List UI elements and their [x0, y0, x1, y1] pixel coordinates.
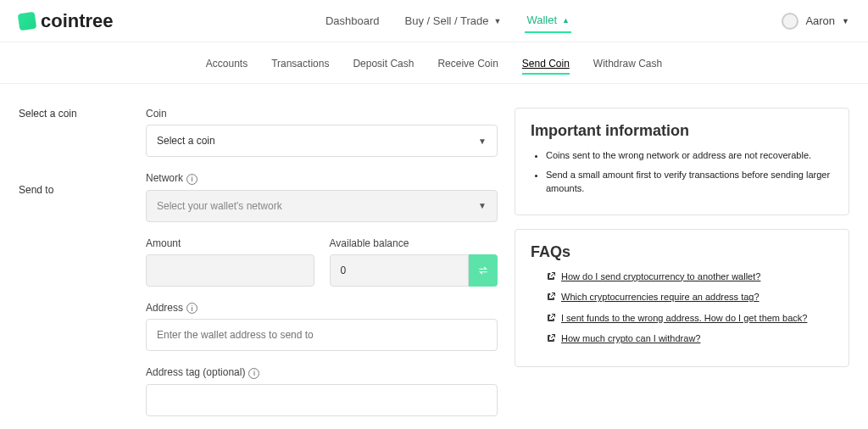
- subnav-deposit[interactable]: Deposit Cash: [353, 54, 414, 75]
- coin-row: Coin Select a coin ▼: [146, 108, 498, 157]
- network-select-text: Select your wallet's network: [157, 200, 282, 212]
- form-area: Select a coin Send to Coin Select a coin…: [19, 108, 498, 429]
- content: Select a coin Send to Coin Select a coin…: [0, 84, 868, 429]
- logo-text: cointree: [41, 10, 114, 32]
- network-label: Networki: [146, 172, 498, 185]
- nav-dashboard-label: Dashboard: [326, 14, 380, 27]
- faq-item: Which cryptocurrencies require an addres…: [546, 290, 833, 304]
- subnav-receive[interactable]: Receive Coin: [437, 54, 498, 75]
- coin-select[interactable]: Select a coin ▼: [146, 125, 498, 157]
- amount-label: Amount: [146, 237, 314, 249]
- external-link-icon: [546, 271, 556, 281]
- section-labels: Select a coin Send to: [19, 108, 137, 429]
- chevron-up-icon: ▲: [562, 16, 570, 25]
- amount-row: Amount Available balance 0: [146, 237, 498, 287]
- chevron-down-icon: ▼: [842, 17, 849, 25]
- faq-item: I sent funds to the wrong address. How d…: [546, 311, 833, 326]
- faq-link[interactable]: Which cryptocurrencies require an addres…: [561, 290, 760, 304]
- side-panels: Important information Coins sent to the …: [515, 108, 849, 429]
- address-tag-label: Address tag (optional)i: [146, 366, 498, 379]
- external-link-icon: [546, 292, 556, 302]
- coin-select-text: Select a coin: [157, 135, 215, 147]
- nav-dashboard[interactable]: Dashboard: [324, 9, 381, 32]
- swap-icon: [477, 265, 489, 276]
- swap-button[interactable]: [469, 254, 498, 287]
- faq-item: How do I send cryptocurrency to another …: [546, 270, 833, 284]
- info-item: Send a small amount first to verify tran…: [546, 168, 833, 196]
- network-select[interactable]: Select your wallet's network ▼: [146, 190, 498, 222]
- external-link-icon: [546, 333, 556, 343]
- info-icon[interactable]: i: [186, 303, 198, 314]
- address-input-wrap: [146, 319, 498, 351]
- section-select-coin: Select a coin: [19, 108, 137, 120]
- subnav-send[interactable]: Send Coin: [522, 54, 570, 75]
- amount-input[interactable]: [146, 254, 314, 287]
- nav-wallet[interactable]: Wallet▲: [525, 8, 571, 33]
- nav-wallet-label: Wallet: [526, 14, 557, 26]
- address-input[interactable]: [157, 320, 487, 350]
- subnav-withdraw[interactable]: Withdraw Cash: [593, 54, 662, 75]
- logo-icon: [18, 11, 37, 31]
- chevron-down-icon: ▼: [494, 17, 502, 25]
- faq-link[interactable]: How do I send cryptocurrency to another …: [561, 270, 760, 284]
- user-name: Aaron: [805, 14, 835, 27]
- faq-panel: FAQs How do I send cryptocurrency to ano…: [515, 229, 849, 367]
- info-title: Important information: [531, 122, 833, 140]
- coin-label: Coin: [146, 108, 498, 120]
- info-list: Coins sent to the wrong network or addre…: [531, 148, 833, 196]
- nav-trade[interactable]: Buy / Sell / Trade▼: [403, 9, 504, 32]
- address-tag-row: Address tag (optional)i: [146, 366, 498, 416]
- subnav-transactions[interactable]: Transactions: [271, 54, 329, 75]
- avatar: [782, 13, 798, 30]
- faq-item: How much crypto can I withdraw?: [546, 332, 833, 346]
- info-panel: Important information Coins sent to the …: [515, 108, 849, 215]
- chevron-down-icon: ▼: [478, 201, 487, 210]
- external-link-icon: [546, 313, 556, 323]
- available-label: Available balance: [330, 237, 498, 249]
- amount-field[interactable]: [157, 255, 303, 286]
- sub-nav: Accounts Transactions Deposit Cash Recei…: [0, 42, 868, 84]
- network-row: Networki Select your wallet's network ▼: [146, 172, 498, 222]
- address-tag-input[interactable]: [157, 385, 487, 415]
- available-value: 0: [330, 254, 470, 287]
- chevron-down-icon: ▼: [478, 136, 487, 146]
- top-bar: cointree Dashboard Buy / Sell / Trade▼ W…: [0, 0, 868, 42]
- address-label: Addressi: [146, 302, 498, 315]
- address-row: Addressi: [146, 302, 498, 352]
- faq-title: FAQs: [531, 243, 833, 261]
- info-icon[interactable]: i: [186, 174, 198, 185]
- main-nav: Dashboard Buy / Sell / Trade▼ Wallet▲: [324, 8, 571, 33]
- logo[interactable]: cointree: [19, 10, 114, 32]
- faq-link[interactable]: How much crypto can I withdraw?: [561, 332, 700, 346]
- nav-trade-label: Buy / Sell / Trade: [405, 14, 489, 27]
- faq-list: How do I send cryptocurrency to another …: [531, 270, 833, 346]
- info-icon[interactable]: i: [248, 368, 259, 379]
- faq-link[interactable]: I sent funds to the wrong address. How d…: [561, 311, 807, 326]
- section-send-to: Send to: [19, 184, 137, 196]
- address-tag-input-wrap: [146, 384, 498, 416]
- user-menu[interactable]: Aaron ▼: [782, 13, 849, 30]
- info-item: Coins sent to the wrong network or addre…: [546, 148, 833, 163]
- subnav-accounts[interactable]: Accounts: [206, 54, 248, 75]
- form-fields: Coin Select a coin ▼ Networki Select you…: [146, 108, 498, 429]
